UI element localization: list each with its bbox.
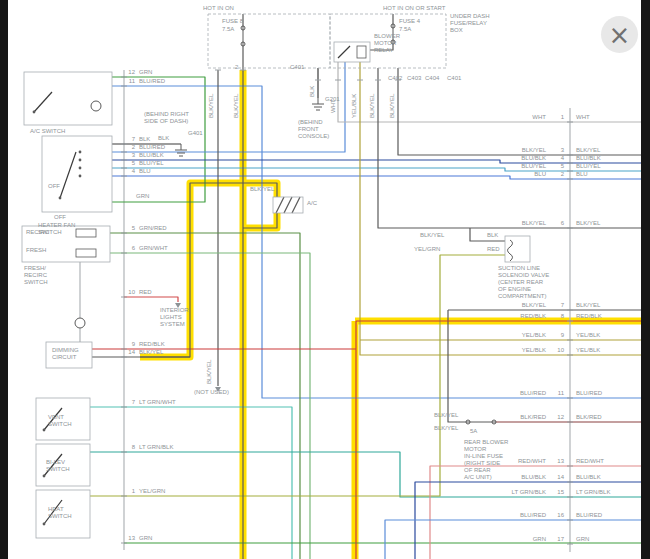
component-box bbox=[330, 14, 446, 68]
coil-icon bbox=[508, 240, 513, 261]
highlight-trace bbox=[140, 183, 243, 357]
contact-dot bbox=[79, 159, 82, 162]
arrow-down-icon bbox=[175, 303, 181, 308]
wire-blk bbox=[34, 92, 52, 112]
resistor-icon bbox=[76, 249, 96, 257]
highlight-trace bbox=[243, 213, 277, 228]
wire-blu-red bbox=[385, 520, 650, 559]
wiring-diagram-viewer: HOT IN ONHOT IN ON OR STARTFUSE 87.5AFUS… bbox=[0, 0, 650, 559]
wire-drk bbox=[370, 44, 393, 50]
wire-blk bbox=[44, 500, 62, 524]
contact-dot bbox=[43, 475, 46, 478]
component-box bbox=[36, 490, 90, 538]
wire-yel-grn bbox=[90, 255, 505, 496]
right-black-bar bbox=[641, 0, 650, 559]
lamp-icon bbox=[91, 101, 101, 111]
component-box bbox=[42, 136, 112, 212]
component-box bbox=[24, 72, 112, 125]
contact-dot bbox=[59, 197, 62, 200]
component-box bbox=[334, 42, 370, 62]
contact-dot bbox=[43, 429, 46, 432]
component-box bbox=[208, 14, 330, 68]
wire-grn-wht bbox=[110, 253, 310, 559]
close-icon: × bbox=[609, 22, 631, 48]
wire-wht bbox=[338, 62, 650, 122]
wire-drk bbox=[276, 197, 284, 213]
wire-drk bbox=[470, 228, 505, 241]
arrow-down-icon bbox=[215, 387, 221, 392]
lamp-icon bbox=[75, 318, 85, 328]
contact-dot bbox=[79, 167, 82, 170]
contact-dot bbox=[79, 175, 82, 178]
component-box bbox=[505, 236, 530, 262]
wire-drk bbox=[398, 68, 650, 155]
wire-grn-red bbox=[110, 233, 300, 559]
wire-red bbox=[124, 297, 178, 302]
wire-blk bbox=[44, 454, 62, 476]
wire-lt-grn-blk bbox=[90, 452, 650, 497]
component-box bbox=[22, 226, 110, 262]
component-box bbox=[36, 444, 90, 486]
wire-blk bbox=[44, 408, 62, 430]
wire-red-wht bbox=[430, 466, 650, 559]
wire-drk bbox=[284, 197, 292, 213]
wire-blk bbox=[60, 152, 76, 198]
wire-blu-red bbox=[112, 62, 345, 152]
highlight-trace bbox=[243, 183, 277, 197]
wire-drk bbox=[448, 310, 466, 422]
wiring-svg bbox=[0, 0, 650, 559]
relay-coil-icon bbox=[357, 46, 366, 58]
component-box bbox=[46, 342, 92, 368]
wire-blk bbox=[338, 46, 350, 58]
close-button[interactable]: × bbox=[601, 16, 638, 53]
left-black-bar bbox=[0, 0, 8, 559]
contact-dot bbox=[79, 151, 82, 154]
wire-lt-grn-wht bbox=[90, 407, 292, 559]
wire-drk bbox=[378, 68, 650, 228]
wire-drk bbox=[292, 197, 300, 213]
resistor-icon bbox=[76, 229, 96, 237]
contact-dot bbox=[33, 111, 36, 114]
contact-dot bbox=[43, 523, 46, 526]
wire-yel-blk bbox=[360, 62, 650, 355]
component-box bbox=[36, 398, 90, 440]
